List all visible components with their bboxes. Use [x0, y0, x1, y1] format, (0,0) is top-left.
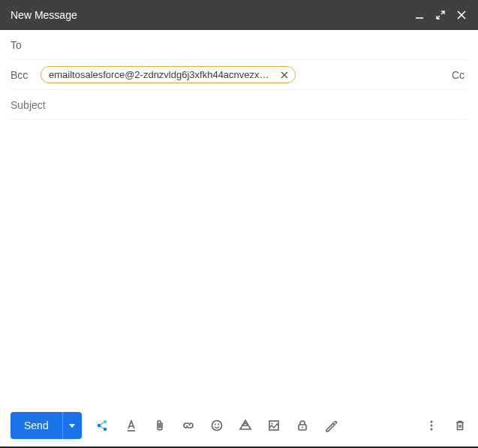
emoji-icon[interactable]	[209, 418, 224, 433]
expand-icon[interactable]	[434, 9, 446, 21]
window-title: New Message	[11, 9, 413, 21]
minimize-icon[interactable]	[413, 9, 425, 21]
attach-icon[interactable]	[152, 418, 167, 433]
footer-right	[424, 418, 467, 433]
email-chip[interactable]: emailtosalesforce@2-zdnzvldg6j3xfkh44acn…	[41, 66, 296, 83]
confidential-mode-icon[interactable]	[295, 418, 310, 433]
svg-point-3	[104, 428, 107, 431]
svg-point-5	[212, 421, 221, 431]
subject-field-row[interactable]	[11, 90, 467, 120]
svg-point-2	[104, 420, 107, 423]
svg-point-7	[218, 424, 219, 425]
cc-toggle[interactable]: Cc	[449, 69, 467, 81]
bcc-field-row[interactable]: Bcc emailtosalesforce@2-zdnzvldg6j3xfkh4…	[11, 60, 467, 90]
text-format-icon[interactable]	[124, 418, 139, 433]
svg-point-14	[431, 428, 433, 431]
compose-footer: Send	[0, 404, 478, 446]
to-label: To	[11, 39, 41, 51]
svg-point-12	[431, 421, 433, 423]
header-controls	[413, 9, 467, 21]
svg-point-1	[98, 424, 101, 427]
send-options-dropdown[interactable]	[62, 412, 82, 439]
insert-image-icon[interactable]	[266, 418, 281, 433]
bcc-input-area[interactable]: emailtosalesforce@2-zdnzvldg6j3xfkh44acn…	[41, 66, 449, 83]
send-button-group: Send	[11, 412, 82, 439]
svg-point-11	[302, 427, 303, 428]
message-body[interactable]	[0, 120, 478, 404]
signature-icon[interactable]	[323, 418, 338, 433]
svg-point-13	[431, 425, 433, 427]
formatting-toolbar	[95, 418, 338, 433]
drive-icon[interactable]	[238, 418, 253, 433]
discard-icon[interactable]	[452, 418, 467, 433]
svg-point-6	[215, 424, 216, 425]
compose-fields: To Bcc emailtosalesforce@2-zdnzvldg6j3xf…	[0, 30, 478, 120]
send-button[interactable]: Send	[11, 412, 62, 439]
svg-rect-8	[269, 421, 278, 430]
window-header: New Message	[0, 0, 478, 30]
more-options-icon[interactable]	[424, 418, 439, 433]
close-icon[interactable]	[455, 9, 467, 21]
to-field-row[interactable]: To	[11, 30, 467, 60]
bcc-label: Bcc	[11, 69, 41, 81]
chip-remove-icon[interactable]	[278, 69, 290, 81]
link-icon[interactable]	[181, 418, 196, 433]
email-chip-text: emailtosalesforce@2-zdnzvldg6j3xfkh44acn…	[49, 69, 274, 80]
subject-input[interactable]	[11, 99, 467, 111]
svg-point-9	[271, 423, 272, 425]
addon-icon[interactable]	[95, 418, 110, 433]
